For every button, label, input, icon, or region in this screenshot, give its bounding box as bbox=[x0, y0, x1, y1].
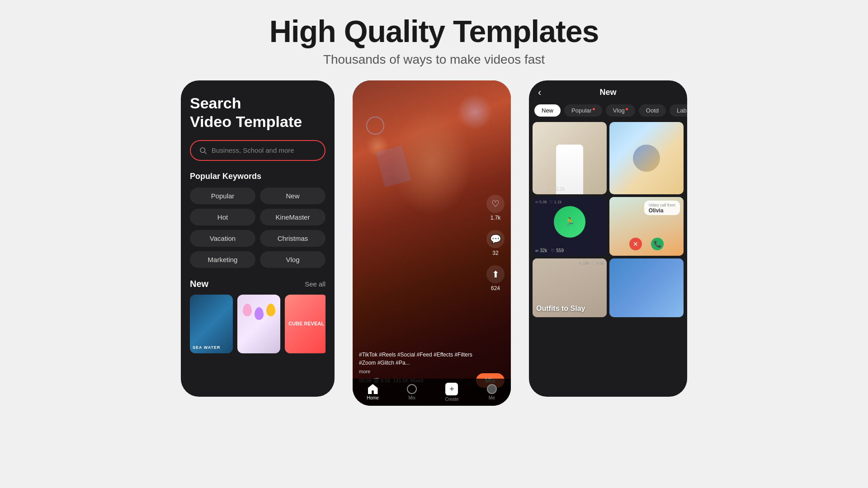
new-section-title: New bbox=[190, 279, 208, 289]
olivia-phone-btns: ✕ 📞 bbox=[609, 238, 684, 250]
me-icon bbox=[487, 384, 497, 394]
keyword-vlog[interactable]: Vlog bbox=[260, 251, 326, 268]
popular-dot bbox=[593, 108, 595, 110]
thumbnails-row: CUBE REVEAL bbox=[190, 295, 326, 353]
template-card-blue[interactable] bbox=[609, 258, 684, 317]
tab-vlog[interactable]: Vlog bbox=[606, 104, 635, 117]
runner-views: ∞ 32k bbox=[535, 248, 547, 253]
urban-likes: ♡ 2.2k bbox=[551, 187, 565, 192]
like-count: 1.7k bbox=[491, 215, 501, 221]
nav-me[interactable]: Me bbox=[487, 384, 497, 400]
keyword-popular[interactable]: Popular bbox=[190, 188, 255, 204]
decline-btn[interactable]: ✕ bbox=[629, 238, 642, 250]
see-all-link[interactable]: See all bbox=[305, 280, 326, 288]
runner-circle: 🏃 bbox=[554, 206, 585, 238]
phone-search: Search Video Template Business, School a… bbox=[181, 80, 335, 397]
runner-stat-top: ∞ 5.9k ♡ 1.1k bbox=[535, 200, 561, 204]
phone-video: ♡ 1.7k 💬 32 ⬆ 624 #TikTok #Reels #Social… bbox=[353, 80, 511, 406]
heart-icon: ♡ bbox=[486, 195, 505, 213]
search-placeholder: Business, School and more bbox=[212, 146, 294, 154]
template-card-outfits[interactable]: ∞ 29k ♡ 9.9k Outfits to Slay bbox=[533, 258, 607, 317]
search-icon bbox=[199, 146, 207, 155]
share-icon: ⬆ bbox=[486, 265, 505, 283]
svg-point-0 bbox=[200, 148, 205, 153]
templates-title: New bbox=[599, 88, 616, 97]
template-card-urban[interactable]: ∞ 16k ♡ 2.2k bbox=[533, 122, 607, 194]
page-title: High Quality Templates bbox=[269, 14, 599, 49]
nav-mix[interactable]: Mix bbox=[407, 384, 417, 400]
nav-me-label: Me bbox=[489, 395, 495, 400]
keyword-new[interactable]: New bbox=[260, 188, 326, 204]
tab-new[interactable]: New bbox=[534, 104, 561, 117]
popular-keywords-title: Popular Keywords bbox=[190, 172, 326, 181]
comment-button[interactable]: 💬 32 bbox=[486, 230, 505, 256]
keyword-marketing[interactable]: Marketing bbox=[190, 251, 255, 268]
outfits-stats: ∞ 29k ♡ 9.9k bbox=[579, 261, 604, 266]
keyword-vacation[interactable]: Vacation bbox=[190, 230, 255, 247]
nav-create[interactable]: + Create bbox=[445, 383, 458, 402]
video-actions: ♡ 1.7k 💬 32 ⬆ 624 bbox=[486, 195, 505, 291]
like-button[interactable]: ♡ 1.7k bbox=[486, 195, 505, 221]
home-icon bbox=[368, 384, 378, 394]
share-button[interactable]: ⬆ 624 bbox=[486, 265, 505, 291]
accept-btn[interactable]: 📞 bbox=[651, 238, 664, 250]
video-nav: Home Mix + Create Me bbox=[353, 379, 511, 406]
video-hashtags: #TikTok #Reels #Social #Feed #Effects #F… bbox=[359, 351, 484, 367]
templates-header: ‹ New bbox=[529, 80, 687, 104]
tab-popular[interactable]: Popular bbox=[564, 104, 602, 117]
thumb-cube[interactable]: CUBE REVEAL bbox=[285, 295, 326, 353]
comment-count: 32 bbox=[492, 250, 498, 256]
card-stats-urban: ∞ 16k ♡ 2.2k bbox=[535, 187, 565, 192]
nav-home[interactable]: Home bbox=[367, 384, 379, 400]
cube-reveal-text: CUBE REVEAL bbox=[288, 320, 324, 327]
back-button[interactable]: ‹ bbox=[538, 87, 541, 99]
template-card-runner[interactable]: 🏃 ∞ 32k ♡ 559 ∞ 5.9k ♡ 1.1k bbox=[533, 197, 607, 256]
svg-line-1 bbox=[205, 152, 207, 154]
tab-lab[interactable]: Lab bbox=[670, 104, 687, 117]
comment-icon: 💬 bbox=[486, 230, 505, 248]
runner-likes: ♡ 559 bbox=[551, 248, 564, 253]
keyword-hot[interactable]: Hot bbox=[190, 209, 255, 225]
mix-icon bbox=[407, 384, 417, 394]
template-card-prism[interactable] bbox=[609, 122, 684, 194]
keyword-christmas[interactable]: Christmas bbox=[260, 230, 326, 247]
create-icon: + bbox=[445, 383, 458, 395]
nav-mix-label: Mix bbox=[408, 395, 415, 400]
tab-ootd[interactable]: Ootd bbox=[639, 104, 666, 117]
card-stats-runner: ∞ 32k ♡ 559 bbox=[535, 248, 564, 253]
keyword-kinemaster[interactable]: KineMaster bbox=[260, 209, 326, 225]
share-count: 624 bbox=[491, 285, 500, 291]
templates-tabs: New Popular Vlog Ootd Lab bbox=[529, 104, 687, 122]
thumb-sea[interactable] bbox=[190, 295, 233, 353]
outfits-text: Outfits to Slay bbox=[536, 305, 585, 313]
new-section-header: New See all bbox=[190, 279, 326, 289]
phone-templates: ‹ New New Popular Vlog Ootd Lab ∞ 16k ♡ … bbox=[529, 80, 687, 397]
page-header: High Quality Templates Thousands of ways… bbox=[269, 14, 599, 67]
urban-views: ∞ 16k bbox=[535, 187, 547, 192]
page-subtitle: Thousands of ways to make videos fast bbox=[269, 52, 599, 67]
template-card-olivia[interactable]: Video call from Olivia ✕ 📞 bbox=[609, 197, 684, 256]
nav-create-label: Create bbox=[445, 397, 458, 402]
olivia-label: Video call from Olivia bbox=[644, 201, 680, 215]
nav-home-label: Home bbox=[367, 395, 379, 400]
templates-grid: ∞ 16k ♡ 2.2k bbox=[529, 122, 687, 194]
thumb-balloons[interactable] bbox=[237, 295, 280, 353]
search-input-wrapper[interactable]: Business, School and more bbox=[190, 140, 326, 161]
search-title: Search Video Template bbox=[190, 94, 326, 131]
phones-container: Search Video Template Business, School a… bbox=[0, 80, 868, 406]
vlog-dot bbox=[626, 108, 628, 110]
bokeh-1 bbox=[457, 94, 493, 130]
keywords-grid: Popular New Hot KineMaster Vacation Chri… bbox=[190, 188, 326, 268]
video-bottom: #TikTok #Reels #Social #Feed #Effects #F… bbox=[359, 351, 484, 374]
